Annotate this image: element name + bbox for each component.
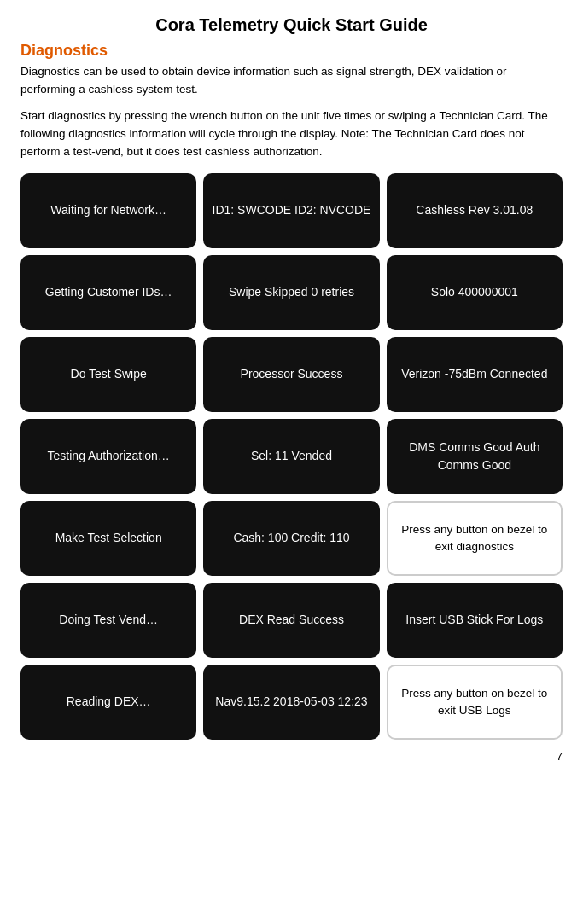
grid-cell-r0-c2: Cashless Rev 3.01.08 [387, 173, 563, 248]
grid-cell-r1-c1: Swipe Skipped 0 retries [203, 255, 379, 330]
grid-cell-r5-c2: Insert USB Stick For Logs [387, 583, 563, 658]
grid-cell-r2-c1: Processor Success [203, 337, 379, 412]
grid-cell-r4-c0: Make Test Selection [20, 501, 196, 576]
grid-cell-r2-c0: Do Test Swipe [20, 337, 196, 412]
grid-cell-r4-c2: Press any button on bezel to exit diagno… [387, 501, 563, 576]
grid-cell-r0-c0: Waiting for Network… [20, 173, 196, 248]
grid-cell-r3-c0: Testing Authorization… [20, 419, 196, 494]
grid-cell-r1-c0: Getting Customer IDs… [20, 255, 196, 330]
description-2: Start diagnostics by pressing the wrench… [20, 108, 563, 161]
grid-cell-r6-c2: Press any button on bezel to exit USB Lo… [387, 665, 563, 740]
page-number: 7 [20, 750, 563, 763]
grid-cell-r5-c1: DEX Read Success [203, 583, 379, 658]
section-title: Diagnostics [20, 42, 563, 60]
grid-cell-r6-c0: Reading DEX… [20, 665, 196, 740]
grid-cell-r2-c2: Verizon -75dBm Connected [387, 337, 563, 412]
page-title: Cora Telemetry Quick Start Guide [20, 15, 563, 35]
grid-cell-r4-c1: Cash: 100 Credit: 110 [203, 501, 379, 576]
diagnostics-grid: Waiting for Network…ID1: SWCODE ID2: NVC… [20, 173, 563, 740]
grid-cell-r3-c2: DMS Comms Good Auth Comms Good [387, 419, 563, 494]
grid-cell-r1-c2: Solo 400000001 [387, 255, 563, 330]
grid-cell-r3-c1: Sel: 11 Vended [203, 419, 379, 494]
grid-cell-r5-c0: Doing Test Vend… [20, 583, 196, 658]
grid-cell-r6-c1: Nav9.15.2 2018-05-03 12:23 [203, 665, 379, 740]
description-1: Diagnostics can be used to obtain device… [20, 63, 563, 99]
grid-cell-r0-c1: ID1: SWCODE ID2: NVCODE [203, 173, 379, 248]
